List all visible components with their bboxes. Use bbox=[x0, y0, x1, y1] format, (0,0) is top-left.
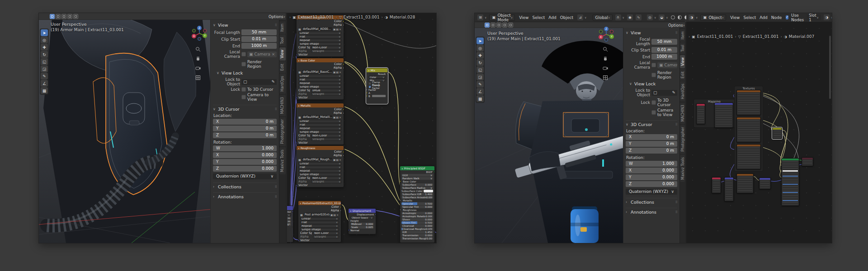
menu-node[interactable]: Node bbox=[770, 15, 783, 20]
slider[interactable]: Subsurface Anisotropy0.000 bbox=[401, 196, 433, 199]
tool-measure-icon[interactable]: ∠ bbox=[476, 88, 484, 95]
pan-hand-icon[interactable] bbox=[195, 56, 201, 61]
principled-bsdf-node[interactable] bbox=[781, 158, 799, 206]
select-mode-box-icon[interactable] bbox=[491, 23, 495, 28]
slot-dropdown[interactable]: Slot 1∨ bbox=[807, 14, 821, 20]
select-mode-box-icon[interactable] bbox=[56, 14, 61, 19]
tool-scale-icon[interactable]: ◱ bbox=[476, 66, 484, 73]
clear-icon[interactable]: × bbox=[272, 51, 275, 57]
dropdown[interactable]: Flat∨ bbox=[298, 78, 342, 81]
proportional-falloff-icon[interactable]: ∿ bbox=[636, 14, 642, 20]
sidebar-tab-hardops[interactable]: HardOps bbox=[279, 74, 286, 94]
camera-to-view-checkbox[interactable] bbox=[241, 95, 246, 99]
menu-select[interactable]: Select bbox=[531, 15, 546, 20]
color-output-socket[interactable] bbox=[343, 20, 344, 23]
color-space-dropdown[interactable]: Non-Color∨ bbox=[311, 134, 342, 137]
cursor-location-x-field[interactable]: X0 m bbox=[213, 119, 277, 125]
tool-annotate-icon[interactable]: ✎ bbox=[41, 73, 48, 79]
shader-type-icon[interactable]: ◑ bbox=[689, 14, 694, 20]
select-mode-circle-icon[interactable] bbox=[61, 14, 66, 19]
dropdown[interactable]: Repeat∨ bbox=[298, 39, 342, 42]
mix-node[interactable] bbox=[772, 127, 782, 139]
local-camera-checkbox[interactable] bbox=[241, 52, 246, 56]
image-buttons[interactable]: ▣▤× bbox=[330, 213, 339, 216]
displacement-output-socket[interactable] bbox=[375, 213, 376, 215]
texture-node-header[interactable]: ∨Base Color bbox=[297, 58, 344, 62]
cursor-rotation-z-field[interactable]: Z0.000 bbox=[626, 181, 677, 187]
tool-transform-icon[interactable]: ◲ bbox=[41, 65, 48, 72]
camera-view-icon[interactable] bbox=[195, 65, 201, 71]
mapping-type-dropdown[interactable]: ∨ bbox=[287, 213, 291, 216]
lock-to-object-field[interactable]: ▢✎ bbox=[241, 79, 277, 85]
vector-input-socket[interactable] bbox=[296, 184, 297, 187]
dropdown[interactable]: Random Walk∨ bbox=[401, 177, 433, 180]
slider[interactable]: Sheen0.000 bbox=[401, 218, 433, 221]
pan-hand-icon[interactable] bbox=[603, 56, 608, 61]
dropdown[interactable]: Linear∨ bbox=[298, 75, 342, 78]
snap-magnet-icon[interactable]: ∩ bbox=[615, 14, 621, 20]
select-mode-pick-icon[interactable] bbox=[73, 14, 78, 19]
cursor-rotation-x-field[interactable]: X0.000 bbox=[213, 152, 277, 158]
image-name-field[interactable]: defaultMat_AO00... bbox=[302, 27, 332, 31]
bsdf-output-socket[interactable] bbox=[434, 171, 435, 173]
dropdown[interactable]: GGX∨ bbox=[401, 174, 433, 177]
panel-header-view[interactable]: ∨View⠿ bbox=[213, 22, 277, 28]
mode-dropdown[interactable]: ▣ Object Mode∨ bbox=[489, 14, 515, 21]
sidebar-tab-photographer[interactable]: Photographer bbox=[279, 117, 286, 146]
b-color-field[interactable] bbox=[372, 95, 386, 97]
alpha-dropdown[interactable]: Straight∨ bbox=[311, 180, 342, 183]
dropdown[interactable]: Repeat∨ bbox=[298, 169, 342, 173]
dropdown[interactable]: Single Image∨ bbox=[298, 42, 342, 46]
panel-header-annotations[interactable]: ›Annotations⠿ bbox=[213, 192, 277, 199]
material-output-node[interactable] bbox=[802, 157, 813, 166]
shader-node-editor[interactable]: MappingTextures › ▣ Extract11_01.001 › ▽… bbox=[686, 22, 832, 243]
slider[interactable]: Sheen Tint0.500 bbox=[401, 221, 433, 224]
shader-node-editor[interactable]: ∨Ambient OcclusionColorAlpha▦defaultMat_… bbox=[287, 13, 436, 243]
texture-node[interactable]: ∨RoughnessColorAlpha▦defaultMat_Rough...… bbox=[296, 145, 344, 187]
cursor-rotation-w-field[interactable]: W1.000 bbox=[213, 145, 277, 151]
rotation-mode-dropdown[interactable]: Quaternion (WXYZ)∨ bbox=[626, 189, 677, 195]
use-nodes-checkbox[interactable]: ✓ bbox=[786, 15, 788, 19]
color-output-socket[interactable] bbox=[340, 206, 341, 208]
image-texture-node[interactable] bbox=[736, 144, 761, 169]
tool-move-icon[interactable]: ✚ bbox=[476, 52, 484, 59]
clamp-factor-checkbox[interactable]: ✓ bbox=[368, 85, 371, 88]
select-mode-circle-icon[interactable] bbox=[496, 23, 501, 28]
dropdown[interactable]: Single Image∨ bbox=[298, 173, 342, 176]
alpha-output-socket[interactable] bbox=[343, 24, 344, 26]
scale-slider[interactable]: Scale0.005 bbox=[350, 226, 374, 229]
orientation-dropdown[interactable]: Global∨ bbox=[593, 14, 612, 21]
focal-length-field[interactable]: 50 mm bbox=[241, 29, 277, 35]
eyedropper-icon[interactable]: ✎ bbox=[672, 90, 675, 96]
slider[interactable]: Transmission Roughness0.000 bbox=[401, 237, 433, 240]
principled-bsdf-node[interactable]: ∨Principled BSDF BSDF GGX∨Random Walk∨Ba… bbox=[400, 166, 435, 243]
editor-type-icon[interactable]: ⊞ bbox=[477, 14, 483, 20]
zoom-icon[interactable] bbox=[603, 47, 608, 52]
roughness-input-socket[interactable] bbox=[400, 209, 401, 211]
tool-scale-icon[interactable]: ◱ bbox=[41, 58, 48, 65]
mapping-node-partial[interactable]: Vector ∨ 0 m 0 m 0° bbox=[287, 206, 293, 243]
local-camera-checkbox[interactable] bbox=[651, 63, 656, 67]
dropdown[interactable]: Single Image∨ bbox=[298, 85, 342, 89]
sidebar-tab-item[interactable]: Item bbox=[279, 21, 286, 34]
mix-node-header[interactable]: ∨Mix bbox=[367, 68, 387, 72]
vector-input-socket[interactable] bbox=[298, 239, 299, 242]
image-buttons[interactable]: ▣▤× bbox=[333, 28, 342, 31]
dropdown[interactable]: Repeat∨ bbox=[298, 82, 342, 85]
tool-rotate-icon[interactable]: ↻ bbox=[41, 51, 48, 58]
camera-object-field[interactable]: ▣Camera× bbox=[247, 51, 277, 57]
tool-transform-icon[interactable]: ◲ bbox=[476, 74, 484, 80]
principled-node-header[interactable]: ∨Principled BSDF bbox=[400, 166, 434, 170]
sidebar-tab-view[interactable]: View bbox=[680, 55, 685, 68]
cursor-location-z-field[interactable]: Z0 m bbox=[213, 132, 277, 138]
dropdown[interactable]: Flat∨ bbox=[298, 166, 342, 169]
clip-start-field[interactable]: 0.01 m bbox=[241, 36, 277, 42]
color-output-socket[interactable] bbox=[343, 151, 344, 153]
panel-header-annotations[interactable]: ›Annotations⠿ bbox=[626, 208, 677, 215]
zoom-icon[interactable] bbox=[195, 47, 201, 52]
slider[interactable]: Subsurface0.000 bbox=[401, 183, 433, 186]
sidebar-tab-edit[interactable]: Edit bbox=[279, 61, 286, 73]
render-region-checkbox[interactable] bbox=[241, 62, 246, 66]
overlays-icon[interactable]: ◒ bbox=[659, 14, 665, 20]
vector-input-socket[interactable] bbox=[296, 97, 297, 99]
